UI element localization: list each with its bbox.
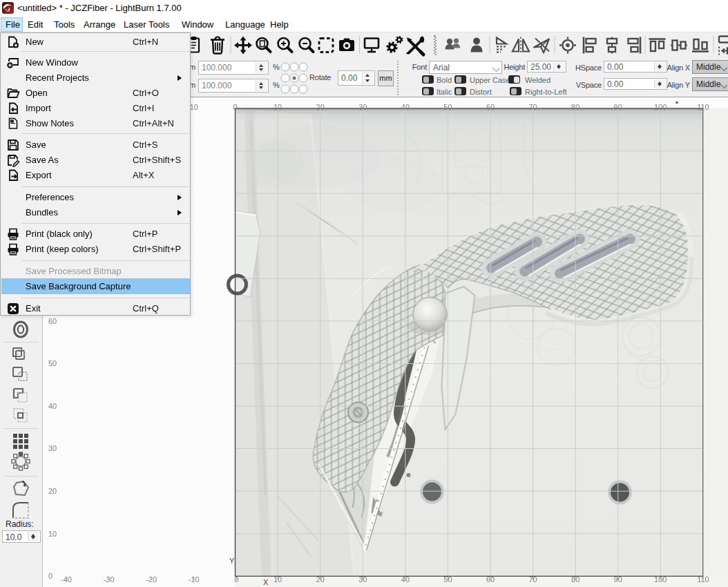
svg-text:20: 20 — [48, 487, 57, 495]
svg-text:50: 50 — [443, 103, 452, 111]
svg-text:60: 60 — [486, 103, 495, 111]
svg-text:70: 70 — [528, 103, 537, 111]
svg-text:90: 90 — [614, 103, 622, 111]
svg-text:50: 50 — [48, 359, 57, 367]
svg-text:Radius:: Radius: — [6, 519, 34, 529]
svg-text:30: 30 — [48, 444, 57, 452]
svg-text:X: X — [263, 578, 269, 586]
svg-text:20: 20 — [316, 103, 325, 111]
svg-text:10: 10 — [48, 530, 57, 538]
svg-text:40: 40 — [401, 103, 410, 111]
svg-text:10: 10 — [274, 103, 282, 111]
svg-text:40: 40 — [48, 402, 57, 410]
svg-text:Y: Y — [229, 557, 235, 565]
svg-text:0: 0 — [233, 103, 237, 111]
svg-text:80: 80 — [571, 103, 579, 111]
svg-text:30: 30 — [358, 103, 367, 111]
svg-text:60: 60 — [48, 317, 57, 325]
svg-text:0: 0 — [48, 572, 52, 580]
svg-text:110: 110 — [697, 103, 709, 111]
svg-text:100: 100 — [654, 103, 667, 111]
